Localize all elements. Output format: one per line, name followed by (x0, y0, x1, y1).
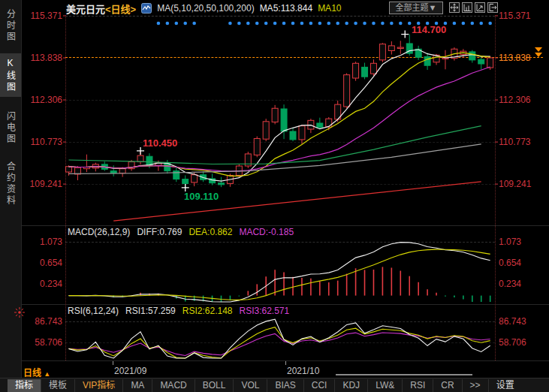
period-tag: <日线> (105, 4, 136, 15)
chart-header: 美元日元<日线> MA(5,10,20,50,100,200) MA5:113.… (66, 2, 341, 15)
price-label: 115.371 (21, 11, 62, 21)
rsi-panel-header: RSI(6,12,24) RSI1:57.259 RSI2:62.148 RSI… (68, 306, 289, 316)
ma-settings-label: MA(5,10,20,50,100,200) (157, 3, 254, 14)
swing-high-annotation: 110.450 (143, 137, 177, 149)
price-label: 110.773 (499, 137, 545, 147)
price-label: 112.306 (499, 95, 545, 105)
month-tick (285, 361, 286, 365)
timeline-month-label: 2021/10 (287, 366, 319, 376)
macd-dea-value: DEA:0.862 (189, 227, 232, 237)
rsi-axis-label: 86.743 (499, 316, 545, 327)
timeline-scrollbar-thumb[interactable] (336, 374, 472, 375)
pan-tool-button[interactable] (449, 2, 460, 13)
tab-vip-indicator[interactable]: VIP指标 (75, 379, 123, 392)
kline-icon (141, 3, 152, 14)
tab-rsi[interactable]: RSI (403, 379, 433, 392)
macd-axis-label: 0.234 (21, 279, 62, 289)
tab-indicator[interactable]: 指标 (8, 379, 41, 392)
indicator-toolbar: 指标 模板 VIP指标 MA MACD BOLL VOL BIAS CCI KD… (0, 378, 549, 392)
axis-pointer-button[interactable] (475, 2, 485, 13)
rsi-axis-label: 58.706 (499, 337, 545, 348)
exit-chart-button[interactable] (487, 2, 498, 13)
rsi-name: RSI(6,12,24) (68, 306, 119, 316)
price-label: 109.241 (499, 179, 545, 189)
tab-macd[interactable]: MACD (152, 379, 195, 392)
period-label: 日线 (23, 368, 41, 378)
macd-axis-label: 1.073 (21, 237, 62, 247)
rsi1-value: RSI1:57.259 (125, 306, 176, 316)
alert-burst-icon (14, 306, 26, 318)
price-label: 115.371 (499, 11, 545, 21)
tab-ma[interactable]: MA (123, 379, 152, 392)
ma5-value: MA5:113.844 (260, 3, 313, 14)
rsi2-value: RSI2:62.148 (182, 306, 233, 316)
macd-axis-label: 0.654 (21, 258, 62, 268)
macd-axis-label: 0.234 (499, 279, 545, 289)
swing-low-annotation: 109.110 (184, 191, 219, 202)
ma10-value: MA10 (318, 3, 341, 14)
tab-cci[interactable]: CCI (304, 379, 336, 392)
period-arrow-icon: ▲ (44, 370, 50, 378)
peak-high-annotation: 114.700 (412, 24, 446, 35)
tab-lw[interactable]: LW& (368, 379, 403, 392)
tab-vol[interactable]: VOL (234, 379, 267, 392)
tab-template[interactable]: 模板 (41, 379, 75, 392)
month-tick (113, 361, 113, 365)
rsi3-value: RSI3:62.571 (239, 306, 289, 316)
tab-kdj[interactable]: KDJ (335, 379, 368, 392)
timeline-month-label: 2021/09 (114, 366, 146, 376)
tab-cr[interactable]: CR (433, 379, 462, 392)
macd-axis-label: 0.654 (499, 258, 545, 268)
rsi-axis-label: 58.706 (21, 337, 62, 348)
macd-axis-label: 1.073 (499, 237, 545, 247)
macd-diff-value: DIFF:0.769 (137, 227, 182, 237)
theme-dropdown-button[interactable]: 全部主题▼ (389, 2, 443, 14)
symbol-title: 美元日元 (66, 4, 105, 15)
macd-hist-value: MACD:-0.185 (239, 227, 294, 237)
current-price-label: 113.838 (499, 53, 545, 63)
price-chart-canvas[interactable] (0, 0, 549, 392)
macd-name: MACD(26,12,9) (68, 227, 130, 237)
price-label: 109.241 (21, 179, 62, 189)
tab-bias[interactable]: BIAS (267, 379, 303, 392)
price-label: 110.773 (21, 137, 62, 147)
rsi-axis-label: 86.743 (21, 316, 62, 327)
price-label: 113.838 (21, 53, 62, 63)
tab-more[interactable]: >> (463, 379, 489, 392)
tab-boll[interactable]: BOLL (195, 379, 234, 392)
axis-scale-button[interactable] (462, 2, 472, 13)
tab-settings[interactable]: 设置 (489, 379, 522, 392)
trading-terminal: 分时图 K线图 闪电图 合约资料 美元日元<日线> MA(5,10,20,50,… (0, 0, 549, 392)
macd-panel-header: MACD(26,12,9) DIFF:0.769 DEA:0.862 MACD:… (68, 227, 294, 237)
period-selector[interactable]: 日线 ▲ (23, 366, 50, 378)
price-label: 112.306 (21, 95, 62, 105)
